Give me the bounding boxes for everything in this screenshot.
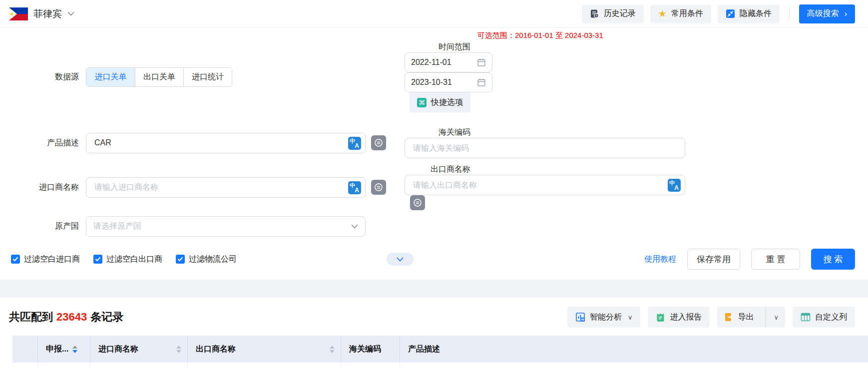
- checkbox-label: 过滤空白进口商: [24, 254, 80, 265]
- star-icon: ★: [658, 9, 667, 18]
- expand-filters-button[interactable]: [387, 253, 414, 266]
- calendar-icon: [477, 58, 486, 67]
- top-bar: 菲律宾 历史记录 ★ 常用条件: [0, 0, 868, 28]
- filter-row-origin: 原产国 请选择原产国: [0, 216, 868, 237]
- results-count: 23643: [56, 311, 87, 324]
- header-label: 申报...: [46, 344, 68, 355]
- circled-equals-icon: [374, 183, 383, 192]
- checkbox-filter-blank-importer[interactable]: 过滤空白进口商: [11, 254, 80, 265]
- quick-options-button[interactable]: ⌘ 快捷选项: [410, 92, 470, 112]
- translate-icon[interactable]: 中A: [348, 137, 361, 150]
- circled-equals-icon: [374, 138, 383, 147]
- advanced-search-button[interactable]: 高级搜索 ›: [799, 4, 855, 23]
- checkbox-checked-icon: [176, 255, 185, 264]
- enter-report-button[interactable]: 进入报告: [648, 307, 710, 328]
- header-importer[interactable]: 进口商名称: [90, 336, 187, 363]
- sort-control[interactable]: [72, 346, 77, 353]
- filter-buttons: 使用教程 保存常用 重 置 搜 索: [644, 249, 855, 270]
- hide-conditions-button[interactable]: 隐藏条件: [718, 4, 780, 23]
- importer-input[interactable]: [93, 182, 344, 192]
- match-mode-button[interactable]: [371, 180, 386, 195]
- table-row: 2023-10-31 ADIDAS PHILIPPIN PT ADIDAS IN…: [12, 363, 868, 368]
- chevron-down-icon: [397, 257, 404, 262]
- exporter-field: 中A: [405, 175, 685, 195]
- sort-control[interactable]: [330, 346, 335, 353]
- header-label: 海关编码: [349, 344, 381, 355]
- header-product-desc[interactable]: 产品描述: [400, 336, 868, 363]
- exporter-input[interactable]: [412, 180, 664, 190]
- hs-code-input[interactable]: [412, 143, 678, 153]
- start-date-value: 2022-11-01: [411, 58, 451, 67]
- importer-label: 进口商名称: [0, 182, 86, 193]
- product-desc-input[interactable]: [93, 138, 344, 148]
- custom-columns-button[interactable]: 自定义列: [793, 307, 855, 328]
- tutorial-link[interactable]: 使用教程: [644, 254, 676, 265]
- header-label: 进口商名称: [98, 344, 138, 355]
- filter-panel: 可选范围：2016-01-01 至 2024-03-31 数据源 进口关单 出口…: [0, 28, 868, 280]
- history-label: 历史记录: [604, 8, 636, 19]
- translate-icon[interactable]: 中A: [668, 179, 681, 192]
- tab-import-declarations[interactable]: 进口关单: [86, 68, 135, 86]
- header-detail-column: [12, 336, 37, 363]
- checkbox-label: 过滤空白出口商: [106, 254, 162, 265]
- summary-prefix: 共匹配到: [9, 310, 53, 325]
- end-date-value: 2023-10-31: [411, 78, 452, 87]
- reset-button[interactable]: 重 置: [751, 249, 800, 270]
- section-divider-band: [0, 280, 868, 298]
- match-mode-button[interactable]: [371, 135, 386, 150]
- country-selector[interactable]: 菲律宾: [9, 7, 74, 20]
- top-actions: 历史记录 ★ 常用条件 隐藏条件 高级搜索 ›: [582, 4, 855, 23]
- cell-importer[interactable]: ADIDAS PHILIPPIN: [90, 363, 187, 368]
- results-section: 共匹配到 23643 条记录 BI 智能分析 ∨: [0, 298, 868, 368]
- history-button[interactable]: 历史记录: [582, 4, 644, 23]
- match-mode-button[interactable]: [410, 195, 425, 210]
- favorites-button[interactable]: ★ 常用条件: [650, 4, 711, 23]
- checkbox-filter-blank-exporter[interactable]: 过滤空白出口商: [93, 254, 162, 265]
- cell-exporter[interactable]: PT ADIDAS INDONESIA: [187, 363, 341, 368]
- export-more-button[interactable]: ∨: [765, 307, 785, 328]
- history-icon: [590, 9, 599, 18]
- checkbox-checked-icon: [93, 255, 102, 264]
- origin-select[interactable]: 请选择原产国: [86, 216, 366, 237]
- tab-import-statistics[interactable]: 进口统计: [183, 68, 232, 86]
- smart-analysis-button[interactable]: BI 智能分析 ∨: [567, 307, 641, 328]
- save-favorite-button[interactable]: 保存常用: [687, 249, 740, 270]
- cell-date: 2023-10-31: [37, 363, 90, 368]
- sort-control[interactable]: [176, 346, 181, 353]
- report-notebook-icon: [656, 312, 665, 322]
- custom-columns-label: 自定义列: [815, 312, 847, 323]
- translate-icon[interactable]: 中A: [348, 181, 361, 194]
- filter-actions-row: 过滤空白进口商 过滤空白出口商 过滤物流公司 使用教程 保存常用 重 置 搜 索: [0, 243, 868, 280]
- chevron-down-icon: [67, 11, 74, 16]
- data-source-label: 数据源: [0, 72, 86, 82]
- data-source-tabs: 进口关单 出口关单 进口统计: [86, 67, 232, 87]
- tab-export-declarations[interactable]: 出口关单: [135, 68, 183, 86]
- chevron-down-icon: [351, 224, 358, 229]
- quick-options-label: 快捷选项: [431, 97, 463, 108]
- header-hs-code[interactable]: 海关编码: [341, 336, 400, 363]
- header-declare-date[interactable]: 申报...: [37, 336, 90, 363]
- favorites-label: 常用条件: [671, 8, 703, 19]
- bi-analysis-icon: BI: [575, 312, 585, 322]
- row-detail-button[interactable]: [12, 363, 37, 368]
- checkbox-label: 过滤物流公司: [189, 254, 237, 265]
- hs-code-label: 海关编码: [405, 127, 477, 138]
- calendar-icon: [477, 78, 486, 87]
- smart-analysis-label: 智能分析: [590, 312, 622, 323]
- checkbox-filter-logistics[interactable]: 过滤物流公司: [176, 254, 237, 265]
- results-table: 申报... 进口商名称 出口商名称 海关编码 产品描述: [12, 336, 868, 368]
- exporter-label: 出口商名称: [405, 164, 477, 175]
- export-button[interactable]: 导出: [717, 307, 761, 328]
- country-label: 菲律宾: [33, 7, 62, 20]
- divider: [789, 7, 790, 21]
- hs-code-field: [405, 138, 685, 158]
- header-exporter[interactable]: 出口商名称: [187, 336, 341, 363]
- chevron-right-icon: ›: [845, 9, 847, 18]
- command-icon: ⌘: [417, 98, 427, 107]
- end-date-input[interactable]: 2023-10-31: [405, 72, 492, 92]
- custom-columns-icon: [801, 313, 811, 322]
- chevron-down-icon: ∨: [774, 314, 779, 321]
- start-date-input[interactable]: 2022-11-01: [405, 52, 492, 72]
- search-button[interactable]: 搜 索: [811, 249, 855, 270]
- cell-hs-code: 6404119000: [341, 363, 400, 368]
